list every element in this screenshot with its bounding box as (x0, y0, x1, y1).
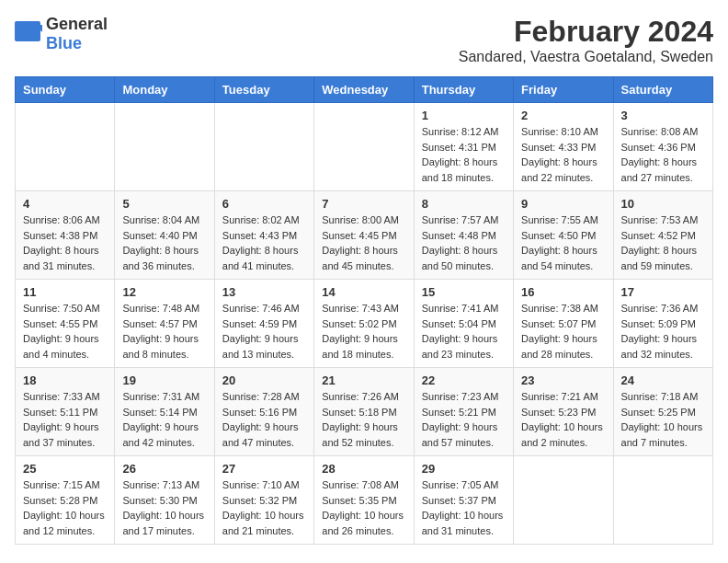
logo-general: General (46, 15, 108, 33)
day-info: Sunrise: 7:23 AMSunset: 5:21 PMDaylight:… (422, 389, 506, 450)
day-number: 21 (322, 373, 405, 387)
day-number: 16 (521, 285, 605, 299)
day-info: Sunrise: 7:28 AMSunset: 5:16 PMDaylight:… (222, 389, 306, 450)
calendar-cell (214, 103, 313, 191)
day-number: 6 (222, 197, 306, 211)
day-info: Sunrise: 8:04 AMSunset: 4:40 PMDaylight:… (122, 213, 206, 273)
calendar-cell: 6Sunrise: 8:02 AMSunset: 4:43 PMDaylight… (214, 191, 313, 280)
logo-icon (15, 21, 42, 47)
calendar-cell: 17Sunrise: 7:36 AMSunset: 5:09 PMDayligh… (613, 280, 712, 368)
calendar-week-row: 25Sunrise: 7:15 AMSunset: 5:28 PMDayligh… (16, 456, 713, 545)
calendar-cell (514, 456, 613, 545)
location-subtitle: Sandared, Vaestra Goetaland, Sweden (459, 49, 713, 65)
day-number: 5 (122, 197, 206, 211)
day-info: Sunrise: 8:06 AMSunset: 4:38 PMDaylight:… (23, 213, 107, 273)
day-info: Sunrise: 7:38 AMSunset: 5:07 PMDaylight:… (521, 301, 605, 362)
calendar-cell: 12Sunrise: 7:48 AMSunset: 4:57 PMDayligh… (115, 280, 214, 368)
day-info: Sunrise: 8:10 AMSunset: 4:33 PMDaylight:… (521, 124, 605, 185)
day-number: 8 (422, 197, 506, 211)
day-info: Sunrise: 7:21 AMSunset: 5:23 PMDaylight:… (521, 389, 605, 450)
calendar-cell: 20Sunrise: 7:28 AMSunset: 5:16 PMDayligh… (214, 368, 313, 456)
day-info: Sunrise: 7:57 AMSunset: 4:48 PMDaylight:… (422, 213, 506, 273)
calendar-cell: 29Sunrise: 7:05 AMSunset: 5:37 PMDayligh… (414, 456, 513, 545)
calendar-cell: 13Sunrise: 7:46 AMSunset: 4:59 PMDayligh… (214, 280, 313, 368)
calendar-cell: 9Sunrise: 7:55 AMSunset: 4:50 PMDaylight… (514, 191, 613, 280)
calendar-cell: 4Sunrise: 8:06 AMSunset: 4:38 PMDaylight… (16, 191, 115, 280)
calendar-week-row: 4Sunrise: 8:06 AMSunset: 4:38 PMDaylight… (16, 191, 713, 280)
day-number: 18 (23, 373, 107, 387)
calendar-cell: 15Sunrise: 7:41 AMSunset: 5:04 PMDayligh… (414, 280, 513, 368)
day-info: Sunrise: 7:08 AMSunset: 5:35 PMDaylight:… (322, 477, 405, 538)
day-number: 20 (222, 373, 306, 387)
day-info: Sunrise: 7:33 AMSunset: 5:11 PMDaylight:… (23, 389, 107, 450)
day-number: 28 (322, 462, 405, 476)
day-info: Sunrise: 7:36 AMSunset: 5:09 PMDaylight:… (621, 301, 705, 362)
calendar-cell: 5Sunrise: 8:04 AMSunset: 4:40 PMDaylight… (115, 191, 214, 280)
day-number: 23 (521, 373, 605, 387)
day-info: Sunrise: 7:48 AMSunset: 4:57 PMDaylight:… (122, 301, 206, 362)
calendar-cell: 10Sunrise: 7:53 AMSunset: 4:52 PMDayligh… (613, 191, 712, 280)
day-number: 26 (122, 462, 206, 476)
calendar-cell: 8Sunrise: 7:57 AMSunset: 4:48 PMDaylight… (414, 191, 513, 280)
day-number: 1 (422, 109, 506, 122)
day-number: 9 (521, 197, 605, 211)
calendar-cell: 26Sunrise: 7:13 AMSunset: 5:30 PMDayligh… (115, 456, 214, 545)
day-info: Sunrise: 7:31 AMSunset: 5:14 PMDaylight:… (122, 389, 206, 450)
day-info: Sunrise: 7:53 AMSunset: 4:52 PMDaylight:… (621, 213, 705, 273)
calendar-cell: 3Sunrise: 8:08 AMSunset: 4:36 PMDaylight… (613, 103, 712, 191)
day-number: 10 (621, 197, 705, 211)
calendar-cell: 25Sunrise: 7:15 AMSunset: 5:28 PMDayligh… (16, 456, 115, 545)
day-number: 7 (322, 197, 405, 211)
svg-rect-0 (15, 21, 40, 41)
weekday-header-wednesday: Wednesday (314, 77, 414, 103)
day-number: 14 (322, 285, 405, 299)
calendar-cell: 16Sunrise: 7:38 AMSunset: 5:07 PMDayligh… (514, 280, 613, 368)
day-number: 22 (422, 373, 506, 387)
day-info: Sunrise: 7:15 AMSunset: 5:28 PMDaylight:… (23, 477, 107, 538)
day-info: Sunrise: 8:00 AMSunset: 4:45 PMDaylight:… (322, 213, 405, 273)
weekday-header-row: SundayMondayTuesdayWednesdayThursdayFrid… (16, 77, 713, 103)
day-number: 29 (422, 462, 506, 476)
calendar-cell (314, 103, 414, 191)
day-info: Sunrise: 7:41 AMSunset: 5:04 PMDaylight:… (422, 301, 506, 362)
calendar-cell: 18Sunrise: 7:33 AMSunset: 5:11 PMDayligh… (16, 368, 115, 456)
day-info: Sunrise: 7:46 AMSunset: 4:59 PMDaylight:… (222, 301, 306, 362)
weekday-header-saturday: Saturday (613, 77, 712, 103)
calendar-cell: 1Sunrise: 8:12 AMSunset: 4:31 PMDaylight… (414, 103, 513, 191)
calendar-cell: 21Sunrise: 7:26 AMSunset: 5:18 PMDayligh… (314, 368, 414, 456)
calendar-cell: 22Sunrise: 7:23 AMSunset: 5:21 PMDayligh… (414, 368, 513, 456)
weekday-header-tuesday: Tuesday (214, 77, 313, 103)
calendar-cell: 7Sunrise: 8:00 AMSunset: 4:45 PMDaylight… (314, 191, 414, 280)
day-info: Sunrise: 7:43 AMSunset: 5:02 PMDaylight:… (322, 301, 405, 362)
weekday-header-friday: Friday (514, 77, 613, 103)
calendar-cell: 14Sunrise: 7:43 AMSunset: 5:02 PMDayligh… (314, 280, 414, 368)
weekday-header-monday: Monday (115, 77, 214, 103)
calendar-cell (16, 103, 115, 191)
day-info: Sunrise: 8:08 AMSunset: 4:36 PMDaylight:… (621, 124, 705, 185)
calendar-cell: 19Sunrise: 7:31 AMSunset: 5:14 PMDayligh… (115, 368, 214, 456)
day-number: 19 (122, 373, 206, 387)
month-year-title: February 2024 (459, 15, 713, 49)
day-number: 11 (23, 285, 107, 299)
day-info: Sunrise: 7:55 AMSunset: 4:50 PMDaylight:… (521, 213, 605, 273)
calendar-cell: 2Sunrise: 8:10 AMSunset: 4:33 PMDaylight… (514, 103, 613, 191)
day-number: 15 (422, 285, 506, 299)
day-info: Sunrise: 7:10 AMSunset: 5:32 PMDaylight:… (222, 477, 306, 538)
day-number: 24 (621, 373, 705, 387)
day-number: 27 (222, 462, 306, 476)
day-info: Sunrise: 7:50 AMSunset: 4:55 PMDaylight:… (23, 301, 107, 362)
day-number: 3 (621, 109, 705, 122)
calendar-week-row: 18Sunrise: 7:33 AMSunset: 5:11 PMDayligh… (16, 368, 713, 456)
weekday-header-thursday: Thursday (414, 77, 513, 103)
logo: General Blue (15, 15, 108, 53)
day-number: 13 (222, 285, 306, 299)
day-info: Sunrise: 7:05 AMSunset: 5:37 PMDaylight:… (422, 477, 506, 538)
calendar-cell: 11Sunrise: 7:50 AMSunset: 4:55 PMDayligh… (16, 280, 115, 368)
calendar-cell: 23Sunrise: 7:21 AMSunset: 5:23 PMDayligh… (514, 368, 613, 456)
day-number: 12 (122, 285, 206, 299)
day-number: 4 (23, 197, 107, 211)
calendar-cell (115, 103, 214, 191)
day-info: Sunrise: 8:12 AMSunset: 4:31 PMDaylight:… (422, 124, 506, 185)
calendar-week-row: 11Sunrise: 7:50 AMSunset: 4:55 PMDayligh… (16, 280, 713, 368)
day-info: Sunrise: 7:26 AMSunset: 5:18 PMDaylight:… (322, 389, 405, 450)
